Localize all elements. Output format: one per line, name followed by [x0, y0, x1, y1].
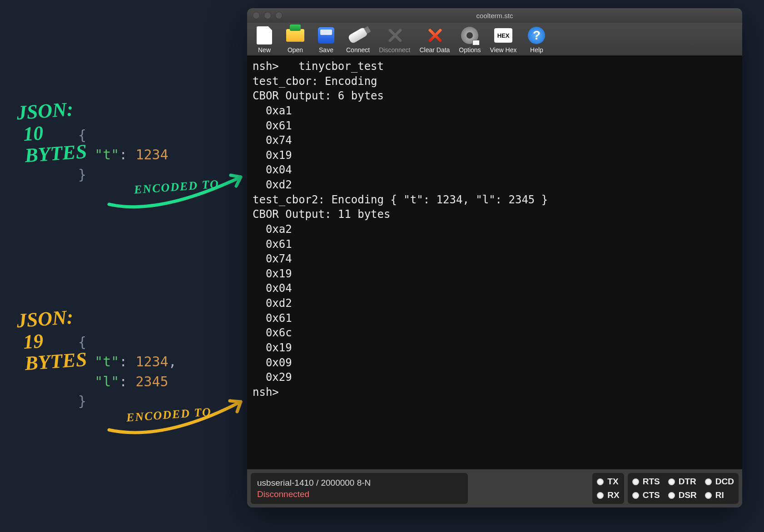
open-button[interactable]: Open [281, 25, 310, 54]
options-label: Options [459, 46, 481, 54]
gear-icon [460, 25, 480, 45]
disconnect-icon [385, 25, 405, 45]
toolbar: New Open Save Connect Disconnect Clear D… [247, 23, 742, 56]
save-label: Save [319, 46, 333, 54]
new-button[interactable]: New [250, 25, 279, 54]
save-button[interactable]: Save [312, 25, 341, 54]
disconnect-label: Disconnect [379, 46, 410, 54]
status-port: usbserial-1410 / 2000000 8-N [257, 478, 461, 488]
viewhex-label: View Hex [490, 46, 517, 54]
titlebar[interactable]: coolterm.stc [247, 8, 742, 23]
options-button[interactable]: Options [455, 25, 484, 54]
led-rts: RTS [632, 477, 660, 487]
led-group-lines: RTS DTR DCD CTS DSR RI [628, 473, 739, 504]
annotation-json-1: JSON: 10 BYTES [16, 98, 88, 167]
connect-icon [348, 25, 368, 45]
open-icon [285, 25, 305, 45]
coolterm-window: coolterm.stc New Open Save Connect Disco… [247, 8, 742, 507]
led-dsr: DSR [668, 490, 697, 500]
connect-label: Connect [346, 46, 370, 54]
led-ri: RI [705, 490, 734, 500]
new-label: New [258, 46, 271, 54]
status-bar: usbserial-1410 / 2000000 8-N Disconnecte… [247, 469, 742, 507]
led-dcd: DCD [705, 477, 734, 487]
cleardata-icon [425, 25, 445, 45]
hex-icon: HEX [493, 25, 513, 45]
new-icon [254, 25, 274, 45]
help-button[interactable]: ? Help [522, 25, 551, 54]
viewhex-button[interactable]: HEX View Hex [486, 25, 521, 54]
help-icon: ? [526, 25, 546, 45]
led-tx: TX [597, 477, 619, 487]
window-title: coolterm.stc [247, 12, 742, 20]
json-sample-1: { "t": 1234 } [78, 105, 169, 184]
json-sample-2: { "t": 1234, "l": 2345 } [78, 312, 177, 411]
disconnect-button[interactable]: Disconnect [375, 25, 414, 54]
help-label: Help [530, 46, 543, 54]
led-cts: CTS [632, 490, 660, 500]
led-dtr: DTR [668, 477, 697, 487]
status-port-panel[interactable]: usbserial-1410 / 2000000 8-N Disconnecte… [251, 473, 468, 504]
open-label: Open [288, 46, 303, 54]
annotation-json-2: JSON: 19 BYTES [16, 305, 88, 375]
save-icon [316, 25, 336, 45]
status-connection: Disconnected [257, 489, 461, 499]
led-group-txrx: TX RX [592, 473, 624, 504]
cleardata-button[interactable]: Clear Data [416, 25, 453, 54]
terminal-output[interactable]: nsh> tinycbor_test test_cbor: Encoding C… [247, 56, 742, 469]
led-rx: RX [597, 490, 619, 500]
connect-button[interactable]: Connect [342, 25, 373, 54]
cleardata-label: Clear Data [419, 46, 450, 54]
